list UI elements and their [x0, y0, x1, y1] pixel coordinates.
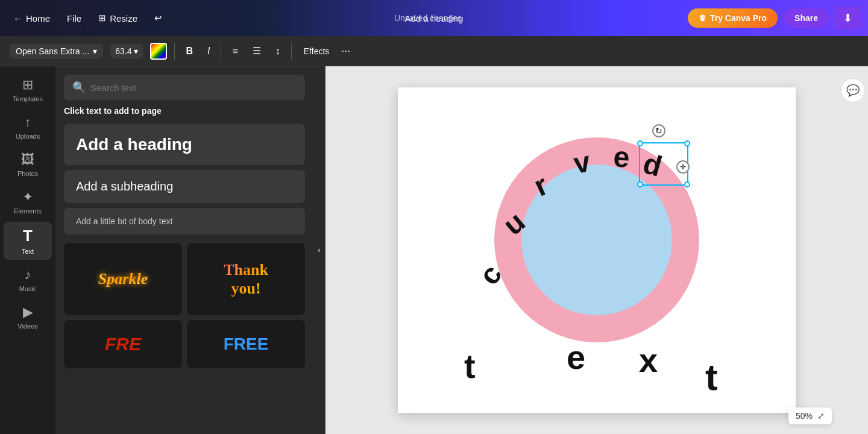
click-text-label: Click text to add to page: [55, 106, 313, 122]
spacing-button[interactable]: ↕: [272, 43, 284, 59]
crown-icon: ♛: [699, 13, 706, 23]
bold-label: B: [186, 46, 193, 56]
font-selector[interactable]: Open Sans Extra ... ▾: [10, 44, 103, 58]
subheading-option-text: Add a subheading: [76, 180, 173, 193]
resize-icon: ⊞: [98, 13, 106, 24]
text-icon: T: [23, 227, 33, 245]
videos-icon: ▶: [23, 304, 33, 320]
more-options-icon: ···: [341, 45, 350, 57]
bold-button[interactable]: B: [182, 43, 197, 59]
template-card-thankyou[interactable]: Thank you!: [187, 243, 305, 315]
template-card-sparkle[interactable]: Sparkle: [64, 243, 182, 315]
handle-br[interactable]: [684, 181, 690, 187]
download-button[interactable]: ⬇: [835, 7, 861, 30]
comment-button[interactable]: 💬: [841, 78, 865, 102]
font-name-label: Open Sans Extra ...: [16, 46, 89, 56]
add-subheading-button[interactable]: Add a subheading: [64, 170, 305, 203]
text-label: Text: [22, 248, 34, 255]
sidebar-icons: ⊞ Templates ↑ Uploads 🖼 Photos ✦ Element…: [0, 66, 55, 434]
share-label: Share: [794, 13, 818, 23]
handle-tr[interactable]: [684, 140, 690, 146]
toolbar-separator-3: [291, 43, 292, 60]
nav-right-group: ♛ Try Canva Pro Share ⬇: [688, 7, 861, 30]
sidebar-item-uploads[interactable]: ↑ Uploads: [4, 110, 52, 145]
try-pro-button[interactable]: ♛ Try Canva Pro: [688, 8, 778, 28]
undo-button[interactable]: ↩: [148, 9, 168, 27]
thankyou-line1: Thank: [224, 260, 268, 279]
move-handle[interactable]: ✛: [676, 160, 690, 174]
align-button[interactable]: ≡: [228, 43, 241, 59]
body-option-text: Add a little bit of body text: [76, 216, 172, 226]
zoom-expand-icon[interactable]: ⤢: [817, 411, 825, 421]
font-size-dropdown-icon: ▾: [134, 46, 138, 56]
bottom-letter-t1: t: [464, 347, 476, 386]
top-navigation: ← Home File ⊞ Resize ↩ Unsaved changes A…: [0, 0, 868, 36]
list-icon: ☰: [253, 46, 261, 56]
home-label: Home: [26, 13, 50, 24]
sidebar-item-photos[interactable]: 🖼 Photos: [4, 147, 52, 182]
italic-button[interactable]: I: [204, 43, 213, 59]
toolbar-separator-1: [174, 43, 175, 60]
spacing-icon: ↕: [275, 46, 280, 56]
effects-button[interactable]: Effects: [299, 44, 335, 58]
back-arrow-icon: ←: [13, 13, 22, 24]
try-pro-label: Try Canva Pro: [710, 13, 767, 23]
bottom-letter-e: e: [567, 338, 585, 377]
search-input[interactable]: [90, 83, 297, 93]
sidebar-item-elements[interactable]: ✦ Elements: [4, 184, 52, 219]
file-button[interactable]: File: [61, 10, 87, 27]
text-toolbar: Open Sans Extra ... ▾ 63.4 ▾ B I ≡ ☰ ↕ E…: [0, 36, 868, 66]
list-button[interactable]: ☰: [249, 43, 265, 59]
handle-bl[interactable]: [637, 181, 643, 187]
resize-label: Resize: [110, 13, 137, 24]
heading-placeholder: Add a heading: [405, 13, 464, 24]
handle-tl[interactable]: [637, 140, 643, 146]
templates-label: Templates: [13, 95, 43, 102]
thankyou-text: Thank you!: [224, 260, 268, 298]
uploads-icon: ↑: [25, 115, 31, 130]
elements-icon: ✦: [22, 189, 33, 205]
music-label: Music: [19, 285, 37, 292]
templates-icon: ⊞: [22, 77, 33, 93]
sidebar-item-templates[interactable]: ⊞ Templates: [4, 72, 52, 107]
add-body-button[interactable]: Add a little bit of body text: [64, 208, 305, 234]
sidebar-item-text[interactable]: T Text: [4, 222, 52, 260]
file-label: File: [67, 13, 81, 24]
rotate-handle[interactable]: ↻: [652, 124, 665, 137]
panel-toggle-button[interactable]: ‹: [313, 66, 326, 434]
download-icon: ⬇: [843, 12, 852, 24]
share-button[interactable]: Share: [784, 8, 829, 28]
bottom-letter-x: x: [639, 341, 658, 380]
sparkle-text: Sparkle: [98, 270, 148, 288]
search-icon: 🔍: [72, 81, 86, 94]
resize-button[interactable]: ⊞ Resize: [92, 9, 143, 27]
toolbar-separator-2: [221, 43, 221, 60]
sidebar-item-music[interactable]: ♪ Music: [4, 262, 52, 297]
text-color-button[interactable]: [150, 43, 167, 60]
add-heading-button[interactable]: Add a heading: [64, 124, 305, 165]
videos-label: Videos: [17, 322, 37, 330]
sidebar-item-videos[interactable]: ▶ Videos: [4, 300, 52, 335]
collapse-icon: ‹: [318, 246, 321, 254]
template-card-4[interactable]: FREE: [187, 320, 305, 368]
more-options-button[interactable]: ···: [341, 45, 350, 57]
template-grid: Sparkle Thank you! FRE FREE: [55, 237, 313, 374]
zoom-indicator: 50% ⤢: [788, 407, 832, 424]
font-dropdown-icon: ▾: [93, 46, 97, 56]
music-icon: ♪: [25, 267, 31, 283]
photos-label: Photos: [17, 170, 38, 177]
circle-design: c u r v e d ↻: [494, 137, 699, 342]
text-panel: 🔍 Click text to add to page Add a headin…: [55, 66, 313, 434]
template-card-3[interactable]: FRE: [64, 320, 182, 368]
font-size-label: 63.4: [115, 46, 131, 56]
home-button[interactable]: ← Home: [7, 10, 56, 27]
heading-option-text: Add a heading: [76, 135, 192, 154]
curved-letter-e: e: [612, 140, 631, 174]
search-bar[interactable]: 🔍: [64, 75, 305, 100]
canvas-area[interactable]: c u r v e d ↻: [326, 66, 868, 434]
align-icon: ≡: [232, 46, 237, 56]
canvas-page: c u r v e d ↻: [398, 87, 796, 413]
font-size-selector[interactable]: 63.4 ▾: [110, 44, 143, 58]
elements-label: Elements: [14, 207, 42, 215]
italic-label: I: [207, 46, 210, 56]
